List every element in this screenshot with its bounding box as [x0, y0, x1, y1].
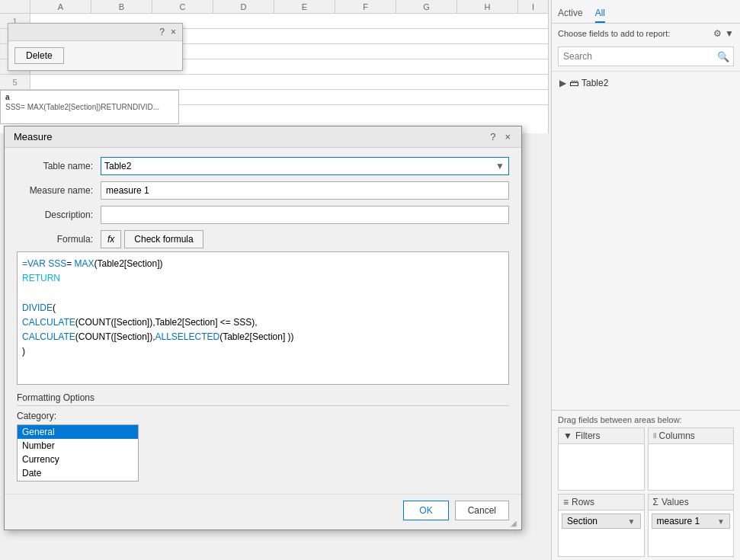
tab-active[interactable]: Active — [558, 5, 583, 23]
table-name-select-wrapper: Table2 ▼ — [101, 157, 509, 175]
filters-header: ▼ Filters — [559, 428, 644, 444]
right-panel-tabs: Active All — [552, 0, 740, 24]
formula-row: Formula: fx Check formula — [17, 230, 509, 248]
rows-content: Section ▼ — [559, 510, 644, 556]
small-dialog-title: ? × — [8, 24, 182, 41]
columns-header: ⦀ Columns — [649, 428, 734, 444]
measure-name-label: Measure name: — [17, 185, 101, 196]
col-d-header: D — [213, 0, 274, 13]
filter-icon: ▼ — [563, 430, 572, 441]
columns-icon: ⦀ — [653, 431, 656, 440]
small-dialog-body: Delete — [8, 41, 182, 70]
small-dialog-help-icon[interactable]: ? — [159, 27, 165, 37]
values-header: Σ Values — [649, 494, 734, 510]
measure-name-input[interactable] — [101, 181, 509, 200]
col-e-header: E — [274, 0, 335, 13]
formatting-section: Formatting Options Category: GeneralNumb… — [17, 392, 509, 482]
choose-fields-row: Choose fields to add to report: ⚙ ▼ — [552, 24, 740, 42]
tab-all[interactable]: All — [595, 5, 605, 23]
col-c-header: C — [152, 0, 213, 13]
drag-fields-label: Drag fields between areas below: — [552, 410, 740, 427]
values-measure1-arrow: ▼ — [717, 517, 725, 526]
cancel-button[interactable]: Cancel — [455, 501, 509, 520]
measure-help-button[interactable]: ? — [489, 131, 497, 142]
table-node-table2[interactable]: ▶ 🗃 Table2 — [558, 75, 734, 91]
rows-icon: ≡ — [563, 497, 569, 507]
formula-editor[interactable]: =VAR SSS= MAX(Table2[Section]) RETURN DI… — [17, 251, 509, 385]
rows-header: ≡ Rows — [559, 494, 644, 510]
measure-dialog-footer: OK Cancel — [5, 494, 521, 530]
down-arrow-icon[interactable]: ▼ — [725, 28, 734, 39]
col-g-header: G — [396, 0, 457, 13]
values-icon: Σ — [653, 497, 658, 507]
measure-dialog: Measure ? × Table name: Table2 ▼ Measure… — [4, 126, 522, 530]
right-panel: Active All Choose fields to add to repor… — [551, 0, 740, 560]
columns-content — [649, 444, 734, 490]
values-measure1-tag[interactable]: measure 1 ▼ — [652, 514, 731, 529]
small-dialog: ? × Delete — [8, 23, 183, 71]
values-measure1-text: measure 1 — [657, 516, 700, 526]
col-a-header: A — [30, 0, 91, 13]
description-row: Description: — [17, 206, 509, 224]
formula-bar-text: SSS= MAX(Table2[Section])RETURNDIVID... — [5, 103, 174, 111]
search-icon: 🔍 — [717, 51, 729, 62]
category-item[interactable]: Number — [18, 439, 138, 453]
category-item[interactable]: TRUE/FALSE — [18, 480, 138, 482]
rows-section-arrow: ▼ — [628, 517, 636, 526]
category-item[interactable]: Currency — [18, 453, 138, 466]
measure-dialog-title: Measure ? × — [5, 126, 521, 148]
col-b-header: B — [91, 0, 152, 13]
rows-section-text: Section — [567, 516, 597, 526]
gear-icon[interactable]: ⚙ — [713, 28, 722, 39]
check-formula-button[interactable]: Check formula — [124, 230, 203, 248]
choose-fields-icons: ⚙ ▼ — [713, 28, 734, 39]
category-item[interactable]: General — [18, 425, 138, 439]
delete-button[interactable]: Delete — [14, 47, 64, 64]
measure-name-row: Measure name: — [17, 181, 509, 200]
resize-handle[interactable]: ◢ — [511, 519, 518, 526]
table-name-select[interactable]: Table2 — [101, 157, 509, 175]
search-area: 🔍 — [552, 42, 740, 72]
filters-label: Filters — [575, 430, 601, 441]
rows-area[interactable]: ≡ Rows Section ▼ — [558, 494, 645, 557]
search-input[interactable] — [558, 46, 734, 66]
areas-grid: ▼ Filters ⦀ Columns ≡ Rows Section ▼ — [552, 427, 740, 560]
row-5-num: 5 — [0, 75, 30, 89]
table-icon: 🗃 — [569, 78, 578, 88]
columns-label: Columns — [659, 430, 695, 441]
formatting-options-header[interactable]: Formatting Options — [17, 392, 509, 406]
formula-bar: a SSS= MAX(Table2[Section])RETURNDIVID..… — [0, 90, 179, 124]
col-f-header: F — [335, 0, 396, 13]
measure-dialog-title-text: Measure — [14, 131, 53, 142]
formula-bar-name: a — [5, 93, 174, 101]
title-icons: ? × — [489, 131, 512, 142]
ok-button[interactable]: OK — [403, 501, 448, 520]
table-expand-icon: ▶ — [559, 78, 566, 88]
choose-fields-label: Choose fields to add to report: — [558, 29, 670, 38]
values-label: Values — [662, 497, 689, 507]
measure-close-button[interactable]: × — [503, 131, 512, 142]
filters-area[interactable]: ▼ Filters — [558, 427, 645, 491]
rows-label: Rows — [572, 497, 594, 507]
rows-section-tag[interactable]: Section ▼ — [562, 514, 641, 529]
category-label: Category: — [17, 411, 509, 421]
col-i-header: I — [518, 0, 548, 13]
category-list[interactable]: GeneralNumberCurrencyDateTRUE/FALSE — [17, 424, 139, 482]
field-list: ▶ 🗃 Table2 — [552, 72, 740, 410]
fx-button[interactable]: fx — [101, 230, 121, 248]
description-input[interactable] — [101, 206, 509, 224]
small-dialog-close-icon[interactable]: × — [171, 27, 176, 37]
table-node-label: Table2 — [581, 78, 608, 88]
columns-area[interactable]: ⦀ Columns — [648, 427, 735, 491]
table-name-label: Table name: — [17, 161, 101, 171]
measure-dialog-body: Table name: Table2 ▼ Measure name: Descr… — [5, 148, 521, 491]
values-area[interactable]: Σ Values measure 1 ▼ — [648, 494, 735, 557]
description-label: Description: — [17, 210, 101, 220]
col-h-header: H — [457, 0, 518, 13]
row-5-cells[interactable] — [30, 75, 548, 89]
category-item[interactable]: Date — [18, 466, 138, 480]
row-number-header — [0, 0, 30, 13]
filters-content — [559, 444, 644, 490]
formula-label: Formula: — [17, 234, 101, 245]
values-content: measure 1 ▼ — [649, 510, 734, 556]
